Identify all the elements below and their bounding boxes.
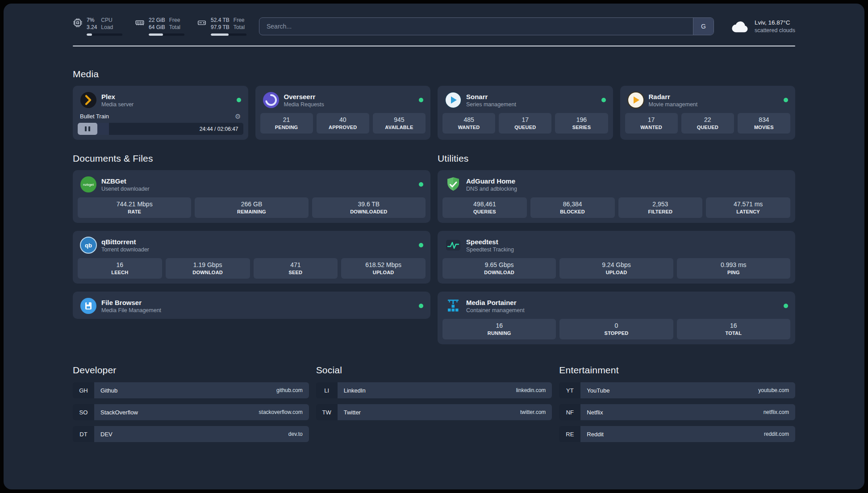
app-name: Plex xyxy=(101,93,134,100)
status-dot xyxy=(419,182,423,187)
stat-tile: 485 WANTED xyxy=(442,113,495,134)
app-name: Overseerr xyxy=(284,93,324,100)
bookmark-url: youtube.com xyxy=(758,387,789,393)
stat-label: WANTED xyxy=(627,125,676,130)
stat-tile: 16 TOTAL xyxy=(677,319,790,339)
bookmark-name: DEV xyxy=(100,431,113,438)
stat-value: 744.21 Mbps xyxy=(79,201,189,208)
qbittorrent-icon-text: qb xyxy=(85,242,92,249)
qbittorrent-card[interactable]: qb qBittorrent Torrent downloader 16 LEE… xyxy=(73,231,430,284)
stat-label: TOTAL xyxy=(679,330,789,336)
utilities-section: Utilities AdGuard Home DNS and xyxy=(438,153,795,344)
bookmark-name: Netflix xyxy=(587,409,603,416)
weather-cloud-icon xyxy=(731,19,750,34)
stat-label: UPLOAD xyxy=(343,270,424,275)
playback-time: 24:44 / 02:06:47 xyxy=(200,126,243,132)
bookmark-name: StackOverflow xyxy=(100,409,138,416)
plex-icon xyxy=(80,92,97,109)
stat-value: 86,384 xyxy=(532,201,613,208)
stat-label: RATE xyxy=(79,209,189,214)
bookmark-abbr: DT xyxy=(73,426,94,442)
stat-value: 16 xyxy=(79,261,160,268)
stat-value: 2,953 xyxy=(620,201,701,208)
media-heading: Media xyxy=(73,69,795,79)
bookmark-twitter[interactable]: TW Twitter twitter.com xyxy=(316,404,552,420)
adguard-icon xyxy=(445,176,462,193)
now-playing-title: Bullet Train xyxy=(80,113,109,120)
status-dot xyxy=(419,98,423,102)
stat-tile: 17 WANTED xyxy=(625,113,678,134)
radarr-icon xyxy=(627,92,644,109)
overseerr-icon xyxy=(263,92,280,109)
stat-tile: 2,953 FILTERED xyxy=(618,197,703,218)
disk-icon xyxy=(197,18,207,28)
stat-label: DOWNLOAD xyxy=(444,270,554,275)
portainer-card[interactable]: Media Portainer Container management 16 … xyxy=(438,292,795,344)
developer-heading: Developer xyxy=(73,365,309,376)
cpu-label: CPU xyxy=(101,17,113,24)
radarr-card[interactable]: Radarr Movie management 17 WANTED 22 QUE… xyxy=(620,86,796,140)
bookmark-netflix[interactable]: NF Netflix netflix.com xyxy=(559,404,795,420)
stat-label: QUEUED xyxy=(501,125,550,130)
app-subtitle: Speedtest Tracking xyxy=(466,246,514,253)
stat-label: APPROVED xyxy=(318,125,367,130)
disk-label2: Total xyxy=(234,24,245,31)
stat-tile: 21 PENDING xyxy=(260,113,313,134)
stat-tile: 471 SEED xyxy=(254,258,338,279)
status-dot xyxy=(419,243,423,247)
stat-label: FILTERED xyxy=(620,209,701,214)
developer-bookmarks: Developer GH Github github.com SO StackO… xyxy=(73,365,309,442)
gear-icon[interactable]: ⚙ xyxy=(235,113,241,120)
bookmark-youtube[interactable]: YT YouTube youtube.com xyxy=(559,382,795,398)
dashboard: 7% 3.24 CPU Load xyxy=(4,4,864,489)
stat-tile: 618.52 Mbps UPLOAD xyxy=(341,258,426,279)
stat-tile: 17 QUEUED xyxy=(499,113,551,134)
stat-value: 196 xyxy=(557,116,606,123)
stat-tile: 266 GB REMAINING xyxy=(195,197,308,218)
bookmark-linkedin[interactable]: LI LinkedIn linkedin.com xyxy=(316,382,552,398)
weather-condition: scattered clouds xyxy=(755,27,795,34)
app-name: Speedtest xyxy=(466,238,514,246)
stat-value: 21 xyxy=(262,116,311,123)
search-input[interactable] xyxy=(259,18,693,35)
search-engine-button[interactable]: G xyxy=(693,18,714,35)
memory-total: 64 GiB xyxy=(149,24,165,31)
plex-card[interactable]: Plex Media server Bullet Train ⚙ 24:44 /… xyxy=(73,86,248,140)
nzbget-card[interactable]: nzbget NZBGet Usenet downloader 744.21 M… xyxy=(73,170,430,223)
bookmark-reddit[interactable]: RE Reddit reddit.com xyxy=(559,426,795,442)
bookmark-url: netflix.com xyxy=(764,409,789,415)
stat-tile: 9.65 Gbps DOWNLOAD xyxy=(442,258,556,279)
documents-heading: Documents & Files xyxy=(73,153,430,164)
bookmark-abbr: GH xyxy=(73,382,94,398)
overseerr-card[interactable]: Overseerr Media Requests 21 PENDING 40 A… xyxy=(255,86,431,140)
stat-label: DOWNLOAD xyxy=(167,270,248,275)
filebrowser-card[interactable]: File Browser Media File Management xyxy=(73,292,430,319)
stat-tile: 834 MOVIES xyxy=(738,113,790,134)
bookmark-abbr: RE xyxy=(559,426,580,442)
app-name: NZBGet xyxy=(101,177,150,185)
disk-total: 97.9 TB xyxy=(211,24,230,31)
app-subtitle: DNS and adblocking xyxy=(466,186,517,192)
bookmark-name: LinkedIn xyxy=(344,387,366,394)
social-bookmarks: Social LI LinkedIn linkedin.com TW Twitt… xyxy=(316,365,552,420)
speedtest-icon xyxy=(445,237,462,254)
stat-value: 498,461 xyxy=(444,201,525,208)
app-subtitle: Media Requests xyxy=(284,101,324,108)
documents-section: Documents & Files nzbget NZBGet Usenet d… xyxy=(73,153,430,319)
nzbget-icon-text: nzbget xyxy=(83,183,94,187)
stat-value: 16 xyxy=(444,322,554,329)
bookmark-name: Twitter xyxy=(344,409,361,416)
speedtest-card[interactable]: Speedtest Speedtest Tracking 9.65 Gbps D… xyxy=(438,231,795,284)
stat-tile: 0 STOPPED xyxy=(559,319,673,339)
stat-value: 485 xyxy=(444,116,493,123)
pause-icon xyxy=(78,123,97,135)
bookmark-github[interactable]: GH Github github.com xyxy=(73,382,309,398)
stat-value: 16 xyxy=(679,322,789,329)
bookmark-dev[interactable]: DT DEV dev.to xyxy=(73,426,309,442)
sonarr-card[interactable]: Sonarr Series management 485 WANTED 17 Q… xyxy=(438,86,613,140)
bookmark-name: YouTube xyxy=(587,387,609,394)
bookmark-stackoverflow[interactable]: SO StackOverflow stackoverflow.com xyxy=(73,404,309,420)
disk-label: Free xyxy=(234,17,245,24)
cpu-label2: Load xyxy=(101,24,113,31)
adguard-card[interactable]: AdGuard Home DNS and adblocking 498,461 … xyxy=(438,170,795,223)
